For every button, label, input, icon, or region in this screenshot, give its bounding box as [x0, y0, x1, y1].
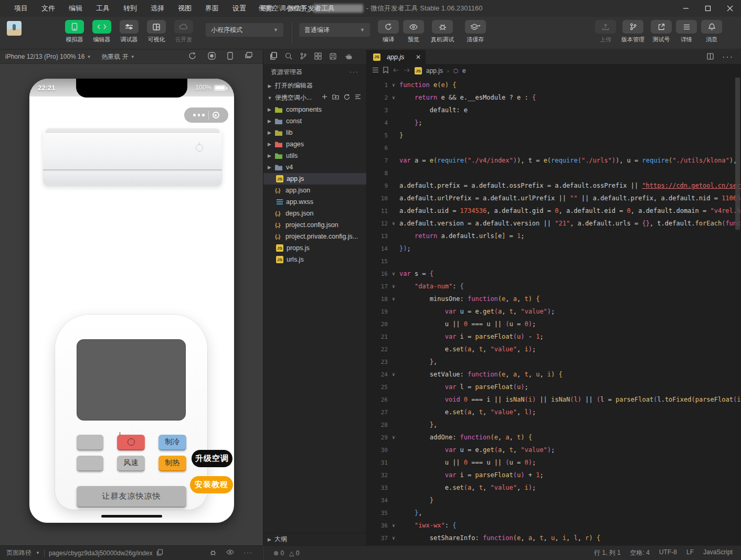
messages-button[interactable]: 消息 — [698, 20, 725, 44]
exit-circle-icon[interactable] — [213, 112, 219, 119]
code-line-28[interactable]: 28 }, — [367, 418, 741, 431]
code-line-29[interactable]: 29∨ addOne: function(e, a, t) { — [367, 431, 741, 444]
hot-reload-toggle[interactable]: 热重载 开▼ — [101, 52, 134, 61]
code-line-5[interactable]: 5} — [367, 129, 741, 142]
rotate-icon[interactable] — [188, 52, 196, 61]
refresh-icon[interactable] — [344, 94, 350, 102]
more-actions-icon[interactable]: ··· — [350, 68, 359, 76]
eol-setting[interactable]: LF — [686, 548, 694, 557]
code-line-4[interactable]: 4 }; — [367, 116, 741, 129]
record-icon[interactable] — [208, 52, 216, 61]
code-line-9[interactable]: 9a.default.prefix = a.default.ossPrefix … — [367, 179, 741, 192]
close-icon[interactable]: ✕ — [416, 53, 421, 61]
code-line-8[interactable]: 8 — [367, 167, 741, 179]
upgrade-badge[interactable]: 升级空调 — [192, 450, 232, 467]
debugger-toggle-button[interactable]: 调试器 — [118, 20, 141, 44]
teapot-icon[interactable] — [344, 52, 353, 62]
search-icon[interactable] — [285, 52, 292, 62]
page-path-label[interactable]: 页面路径 — [6, 548, 31, 557]
fold-chevron-icon[interactable]: ∨ — [388, 271, 399, 276]
code-line-18[interactable]: 18∨ minusOne: function(e, a, t) { — [367, 293, 741, 305]
outline-section[interactable]: ▶ 大纲 — [263, 533, 366, 545]
tree-item-v4[interactable]: ▶v4 — [263, 161, 366, 173]
code-line-22[interactable]: 22 e.set(a, t, "value", i); — [367, 343, 741, 356]
code-line-23[interactable]: 23 }, — [367, 356, 741, 368]
visualizer-toggle-button[interactable]: 可视化 — [145, 20, 168, 44]
code-line-21[interactable]: 21 var i = parseFloat(u) - 1; — [367, 330, 741, 343]
source-control-icon[interactable] — [300, 52, 306, 62]
remote-fan-button[interactable]: 风速 — [117, 456, 145, 471]
device-debug-button[interactable]: 真机调试 — [426, 20, 459, 44]
menu-item[interactable]: 工具 — [89, 0, 117, 17]
tree-item-project.private.config.js...[interactable]: {..}project.private.config.js... — [263, 231, 366, 242]
eye-icon[interactable] — [226, 549, 234, 557]
cursor-position[interactable]: 行 1, 列 1 — [594, 548, 621, 557]
breadcrumb-symbol[interactable]: e — [462, 67, 466, 74]
back-arrow-icon[interactable] — [393, 67, 399, 74]
tree-item-components[interactable]: ▶components — [263, 104, 366, 115]
code-line-25[interactable]: 25 var l = parseFloat(u); — [367, 381, 741, 393]
fold-chevron-icon[interactable]: ∨ — [388, 296, 399, 301]
remote-blank-button-1[interactable] — [77, 435, 103, 450]
menu-item[interactable]: 文件 — [35, 0, 62, 17]
mode-dropdown[interactable]: 小程序模式▼ — [206, 23, 283, 37]
tree-item-app.js[interactable]: JSapp.js — [263, 173, 366, 185]
code-line-14[interactable]: 14}); — [367, 242, 741, 255]
compile-button[interactable]: 编译 — [375, 20, 402, 44]
multi-window-icon[interactable] — [245, 52, 252, 61]
code-line-1[interactable]: 1∨function e(e) { — [367, 79, 741, 91]
menu-item[interactable]: 界面 — [198, 0, 226, 17]
cloud-dev-button[interactable]: 云开发 — [172, 20, 195, 44]
tree-item-props.js[interactable]: JSprops.js — [263, 242, 366, 254]
code-line-34[interactable]: 34 } — [367, 494, 741, 507]
code-line-6[interactable]: 6 — [367, 142, 741, 154]
fold-chevron-icon[interactable]: ∨ — [388, 95, 399, 100]
new-file-icon[interactable] — [322, 94, 327, 102]
tree-item-app.wxss[interactable]: app.wxss — [263, 196, 366, 208]
menu-item[interactable]: 帮助 — [253, 0, 280, 17]
code-line-15[interactable]: 15 — [367, 255, 741, 267]
menu-item[interactable]: 项目 — [7, 0, 35, 17]
code-line-2[interactable]: 2∨ return e && e.__esModule ? e : { — [367, 91, 741, 104]
code-line-26[interactable]: 26 void 0 === i || isNaN(i) || isNaN(l) … — [367, 393, 741, 406]
code-line-33[interactable]: 33 e.set(a, t, "value", i); — [367, 481, 741, 494]
simulator-toggle-button[interactable]: 模拟器 — [63, 20, 86, 44]
code-line-35[interactable]: 35 }, — [367, 507, 741, 519]
tree-item-project.config.json[interactable]: {..}project.config.json — [263, 219, 366, 231]
split-editor-icon[interactable] — [707, 52, 714, 62]
encoding[interactable]: UTF-8 — [659, 548, 677, 557]
remote-blank-button-2[interactable] — [77, 456, 103, 471]
tree-item-lib[interactable]: ▶lib — [263, 127, 366, 138]
code-line-32[interactable]: 32 var i = parseFloat(u) + 1; — [367, 469, 741, 481]
code-line-36[interactable]: 36∨ "iwx-wx": { — [367, 519, 741, 532]
files-icon[interactable] — [270, 52, 277, 62]
open-editors-section[interactable]: ▶ 打开的编辑器 — [263, 80, 366, 92]
details-button[interactable]: 详情 — [673, 20, 700, 44]
code-line-20[interactable]: 20 u || 0 === u || (u = 0); — [367, 318, 741, 330]
bookmark-icon[interactable] — [383, 67, 388, 75]
menu-item[interactable]: 视图 — [171, 0, 198, 17]
fold-chevron-icon[interactable]: ∨ — [388, 535, 399, 541]
indent-setting[interactable]: 空格: 4 — [630, 548, 650, 557]
page-path-value[interactable]: pages/cbygz9da3j50000dw26g/index — [49, 550, 153, 557]
more-dots-icon[interactable] — [193, 114, 205, 116]
remote-cool-button[interactable]: 制冷 — [158, 435, 186, 450]
upload-button[interactable]: 上传 — [592, 20, 619, 44]
version-control-button[interactable]: 版本管理 — [618, 20, 648, 44]
user-avatar[interactable] — [7, 21, 22, 36]
menu-item[interactable]: 选择 — [144, 0, 171, 17]
compile-mode-dropdown[interactable]: 普通编译▼ — [299, 23, 370, 37]
code-line-31[interactable]: 31 u || 0 === u || (u = 0); — [367, 456, 741, 469]
code-line-13[interactable]: 13 return a.default.urls[e] = 1; — [367, 230, 741, 242]
extensions-icon[interactable] — [314, 52, 322, 62]
install-tutorial-badge[interactable]: 安装教程 — [190, 476, 233, 493]
code-line-27[interactable]: 27 e.set(a, t, "value", l); — [367, 406, 741, 418]
language-mode[interactable]: JavaScript — [703, 548, 733, 557]
editor-toggle-button[interactable]: 编辑器 — [90, 20, 113, 44]
collapse-all-icon[interactable] — [355, 94, 361, 102]
copy-icon[interactable] — [156, 549, 163, 557]
test-account-button[interactable]: 测试号 — [648, 20, 675, 44]
code-line-11[interactable]: 11a.default.uid = 1734536, a.default.gid… — [367, 204, 741, 217]
breadcrumb-file[interactable]: app.js — [426, 67, 443, 74]
fold-chevron-icon[interactable]: ∨ — [388, 523, 399, 528]
